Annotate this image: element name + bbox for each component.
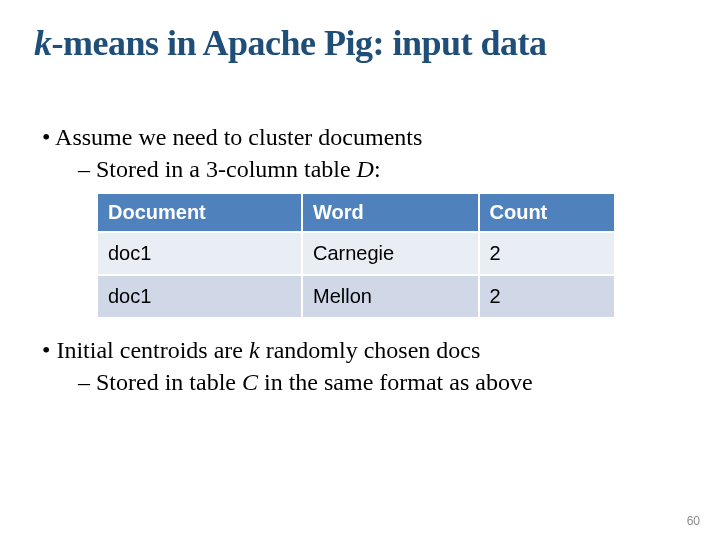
table-header-row: Document Word Count — [97, 193, 615, 232]
bullet-1a-italic: D — [357, 156, 374, 182]
page-number: 60 — [687, 514, 700, 528]
cell-word: Mellon — [302, 275, 479, 318]
bullet-2a-post: in the same format as above — [258, 369, 533, 395]
slide-title: k-means in Apache Pig: input data — [34, 22, 547, 64]
bullet-2a: Stored in table C in the same format as … — [96, 367, 686, 397]
bullet-1a-post: : — [374, 156, 381, 182]
cell-doc: doc1 — [97, 275, 302, 318]
cell-word: Carnegie — [302, 232, 479, 275]
th-document: Document — [97, 193, 302, 232]
bullet-2a-pre: Stored in table — [96, 369, 242, 395]
th-word: Word — [302, 193, 479, 232]
cell-count: 2 — [479, 275, 616, 318]
table-wrap: Document Word Count doc1 Carnegie 2 doc1… — [96, 192, 686, 319]
bullet-1-text: Assume we need to cluster documents — [55, 124, 422, 150]
bullet-1: Assume we need to cluster documents — [60, 122, 686, 152]
table-row: doc1 Mellon 2 — [97, 275, 615, 318]
slide: k-means in Apache Pig: input data Assume… — [0, 0, 720, 540]
cell-count: 2 — [479, 232, 616, 275]
bullet-2-italic: k — [249, 337, 260, 363]
bullet-2-post: randomly chosen docs — [260, 337, 481, 363]
data-table: Document Word Count doc1 Carnegie 2 doc1… — [96, 192, 616, 319]
bullet-1a: Stored in a 3-column table D: — [96, 154, 686, 184]
title-k-italic: k — [34, 23, 52, 63]
bullet-1a-pre: Stored in a 3-column table — [96, 156, 357, 182]
th-count: Count — [479, 193, 616, 232]
bullet-2a-italic: C — [242, 369, 258, 395]
title-rest: -means in Apache Pig: input data — [52, 23, 547, 63]
cell-doc: doc1 — [97, 232, 302, 275]
table-row: doc1 Carnegie 2 — [97, 232, 615, 275]
slide-body: Assume we need to cluster documents Stor… — [36, 122, 686, 401]
bullet-2-pre: Initial centroids are — [56, 337, 249, 363]
bullet-2: Initial centroids are k randomly chosen … — [60, 335, 686, 365]
